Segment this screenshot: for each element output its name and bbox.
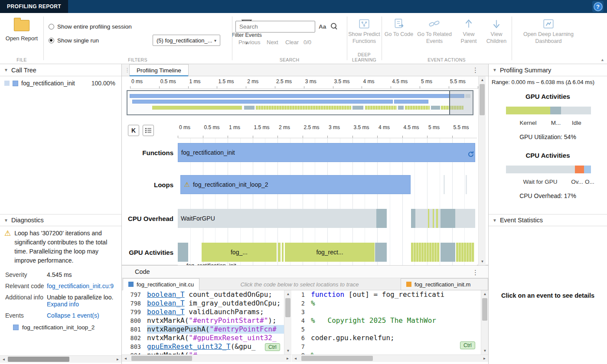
cpu-overhead-event[interactable] <box>411 209 415 228</box>
scroll-up-icon[interactable]: ▲ <box>479 76 486 84</box>
gpu-activity-event[interactable] <box>278 243 281 262</box>
minimize-ribbon-icon[interactable]: ▲ <box>600 58 604 62</box>
collapse-events-link[interactable]: Collapse 1 event(s) <box>47 312 99 319</box>
gpu-activity-event[interactable] <box>456 243 475 262</box>
cpu-overhead-event[interactable]: WaitForGPU <box>178 209 376 228</box>
open-report-button[interactable]: Open Report <box>0 18 43 42</box>
code-menu-icon[interactable]: ⋮ <box>472 269 479 276</box>
scroll-down-icon[interactable]: ▼ <box>284 347 292 354</box>
code-line[interactable]: 799boolean_T validLaunchParams; <box>122 308 291 316</box>
code-line[interactable]: 801nvtxRangePushA("#entryPointFcn# <box>122 325 291 334</box>
code-line[interactable]: 7 <box>292 342 488 351</box>
cpu-overhead-event[interactable] <box>376 209 387 228</box>
minimap-segment[interactable] <box>398 106 404 110</box>
scroll-right-icon[interactable]: ► <box>284 355 291 362</box>
expand-info-link[interactable]: Expand info <box>47 301 79 308</box>
relevant-code-link[interactable]: fog_rectification_init.cu:9 <box>47 283 114 289</box>
minimap-viewport-edge[interactable] <box>449 91 473 114</box>
loop-event[interactable] <box>466 175 467 194</box>
gpu-activity-event[interactable] <box>441 243 456 262</box>
match-case-toggle[interactable]: Aa <box>319 23 326 30</box>
gpu-summary-segment[interactable] <box>550 107 561 114</box>
previous-button[interactable]: Previous <box>238 39 261 46</box>
search-input[interactable] <box>235 21 315 32</box>
code-m-vertical-scrollbar[interactable]: ▲ ▼ <box>481 290 488 354</box>
gpu-activity-event[interactable] <box>375 243 386 262</box>
go-to-related-events-button[interactable]: Go To Related Events <box>414 18 454 45</box>
scroll-right-icon[interactable]: ► <box>114 356 121 363</box>
legend-button[interactable] <box>143 125 154 136</box>
kernel-toggle-button[interactable]: K <box>128 125 139 136</box>
code-line[interactable]: 4% Copyright 2025 The MathWor <box>292 316 488 325</box>
diagnostic-event-item[interactable]: fog_rectification_init_loop_2 <box>4 324 117 331</box>
loop-event[interactable]: ⚠fog_rectification_init_loop_2 <box>180 175 411 194</box>
radio-single-run[interactable]: Show single run <box>49 37 99 44</box>
code-m-horizontal-scrollbar[interactable]: ◄ ► <box>292 354 488 362</box>
cpu-overhead-event[interactable] <box>428 209 429 228</box>
code-line[interactable]: 804nvtxMarkA("# <box>122 351 291 354</box>
loop-event[interactable] <box>444 175 445 194</box>
show-predict-functions-button[interactable]: Show Predict Functions <box>347 18 382 45</box>
minimap-segment[interactable] <box>152 106 242 110</box>
timeline-menu-icon[interactable]: ⋮ <box>472 66 479 74</box>
cpu-summary-segment[interactable] <box>506 166 575 173</box>
gpu-summary-segment[interactable] <box>561 107 591 114</box>
call-tree-header[interactable]: ▼ Call Tree <box>0 64 121 76</box>
gpu-summary-segment[interactable] <box>506 107 550 114</box>
code-line[interactable]: 800nvtxMarkA("#entryPointStart#"); <box>122 316 291 325</box>
minimap-segment[interactable] <box>352 106 363 110</box>
code-cu-horizontal-scrollbar[interactable]: ◄ ► <box>122 354 291 362</box>
event-statistics-header[interactable]: ▼ Event Statistics <box>489 214 607 226</box>
open-dl-dashboard-button[interactable]: Open Deep Learning Dashboard <box>516 18 581 45</box>
functions-event[interactable]: fog_rectification_init <box>178 143 475 162</box>
minimap-segment[interactable] <box>130 94 464 98</box>
diagnostics-header[interactable]: ▼ Diagnostics <box>0 214 121 226</box>
gpu-activity-event[interactable]: fog_rect... <box>285 243 375 262</box>
gpu-activity-event[interactable] <box>282 243 284 262</box>
gpu-activity-event[interactable]: fog_... <box>202 243 277 262</box>
code-line[interactable]: 802nvtxMarkA("#gpuEmxReset_uint32_ <box>122 334 291 342</box>
scroll-right-icon[interactable]: ► <box>481 355 488 362</box>
code-line[interactable]: 6coder.gpu.kernelfun; <box>292 334 488 342</box>
profiling-report-tab[interactable]: PROFILING REPORT <box>0 0 68 13</box>
run-selector-dropdown[interactable]: (5) fog_rectification_... ▾ <box>153 35 220 46</box>
trace-link-icon[interactable] <box>467 151 474 158</box>
next-button[interactable]: Next <box>267 39 278 46</box>
code-line[interactable]: 2% <box>292 299 488 308</box>
call-tree-item[interactable]: fog_rectification_init 100.00% <box>0 78 121 88</box>
cpu-overhead-event[interactable] <box>441 209 456 228</box>
minimap-segment[interactable] <box>365 106 397 110</box>
minimap-segment[interactable] <box>394 100 428 104</box>
scroll-left-icon[interactable]: ◄ <box>292 355 299 362</box>
code-line[interactable]: 798boolean_T im_gray_outdatedOnCpu; <box>122 299 291 308</box>
view-children-button[interactable]: View Children <box>483 18 510 45</box>
profiling-summary-header[interactable]: ▼ Profiling Summary <box>489 64 607 76</box>
scroll-up-icon[interactable]: ▲ <box>481 290 489 298</box>
code-line[interactable]: 797boolean_T count_outdatedOnGpu; <box>122 290 291 299</box>
tab-code-m[interactable]: fog_rectification_init.m <box>401 278 488 290</box>
cpu-summary-segment[interactable] <box>584 166 591 173</box>
minimap-segment[interactable] <box>431 106 440 110</box>
cpu-overhead-event[interactable] <box>433 209 434 228</box>
scroll-down-icon[interactable]: ▼ <box>481 347 489 354</box>
minimap-segment[interactable] <box>405 106 430 110</box>
scroll-up-icon[interactable]: ▲ <box>284 290 292 298</box>
minimap-segment[interactable] <box>256 106 351 110</box>
gpu-activity-event[interactable] <box>411 243 440 262</box>
tab-profiling-timeline[interactable]: Profiling Timeline <box>129 64 189 76</box>
timeline-plot[interactable]: 0 ms0.5 ms1 ms1.5 ms2 ms2.5 ms3 ms3.5 ms… <box>178 118 477 265</box>
scroll-left-icon[interactable]: ◄ <box>122 355 129 362</box>
radio-entire-session[interactable]: Show entire profiling session <box>49 23 132 30</box>
gpu-activity-event[interactable] <box>178 243 188 262</box>
code-cu-vertical-scrollbar[interactable]: ▲ ▼ <box>284 290 291 354</box>
go-to-code-button[interactable]: Go To Code <box>384 18 414 38</box>
view-parent-button[interactable]: View Parent <box>455 18 482 45</box>
scroll-left-icon[interactable]: ◄ <box>0 356 7 363</box>
timeline-vertical-scrollbar[interactable]: ▲ ▼ <box>478 76 486 265</box>
code-line[interactable]: 1function [out] = fog_rectificati <box>292 290 488 299</box>
tab-code-c[interactable]: fog_rectification_init.cu <box>123 278 199 290</box>
minimap-segment[interactable] <box>244 106 255 110</box>
search-icon[interactable] <box>331 23 338 30</box>
code-editor-m[interactable]: 1function [out] = fog_rectificati2%34% C… <box>292 290 488 354</box>
call-tree-horizontal-scrollbar[interactable]: ◄ ► <box>0 355 121 363</box>
